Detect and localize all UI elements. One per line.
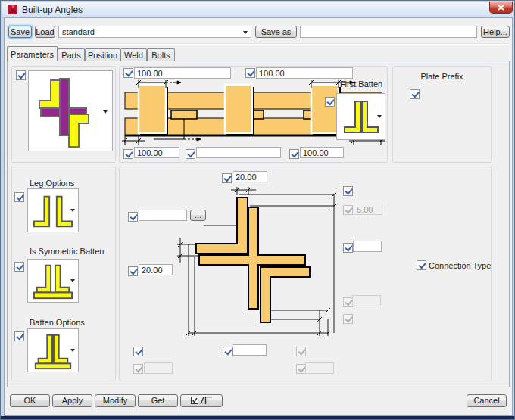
- load-button[interactable]: Load: [35, 26, 55, 38]
- tab-parameters[interactable]: Parameters: [7, 46, 58, 61]
- chevron-down-icon: [103, 110, 108, 114]
- get-button[interactable]: Get: [138, 394, 178, 407]
- tab-bolts[interactable]: Bolts: [147, 48, 175, 61]
- spacing-bottom-right-checkbox[interactable]: [289, 149, 299, 159]
- bottom-right-pos-checkbox[interactable]: [296, 347, 306, 356]
- chevron-down-icon: [243, 31, 248, 34]
- bottom-left-value-checkbox[interactable]: [133, 364, 143, 374]
- cross-angles-image: [29, 71, 112, 151]
- top-gap-input[interactable]: [233, 171, 267, 182]
- chevron-down-icon: [70, 279, 75, 282]
- ok-button[interactable]: OK: [10, 394, 50, 407]
- toolbar-separator: [7, 43, 510, 45]
- left-gap-input[interactable]: [139, 264, 173, 275]
- mid-right-pos-checkbox[interactable]: [343, 314, 353, 324]
- spacing-bottom-mid-input[interactable]: [196, 147, 281, 158]
- main-picture-combo[interactable]: [28, 70, 113, 151]
- first-batten-combo[interactable]: [336, 93, 385, 140]
- is-symmetric-batten-combo[interactable]: [27, 259, 79, 303]
- right-length-checkbox[interactable]: [343, 243, 353, 253]
- cross-section-diagram: [171, 185, 345, 347]
- tab-parts[interactable]: Parts: [58, 48, 85, 61]
- first-batten-label: First Batten: [336, 79, 386, 89]
- plate-thickness-checkbox[interactable]: [343, 205, 353, 215]
- is-symmetric-batten-label: Is Symmetric Batten: [30, 247, 104, 256]
- toggle-checkboxes-icon: [191, 397, 212, 405]
- bottom-right-value-input[interactable]: [305, 362, 334, 374]
- close-icon: [498, 5, 504, 11]
- tab-position[interactable]: Position: [85, 48, 120, 61]
- right-pos-checkbox[interactable]: [343, 186, 353, 196]
- spacing-bottom-mid-checkbox[interactable]: [186, 149, 195, 159]
- title-bar[interactable]: Built-up Angles: [2, 2, 513, 17]
- plate-thickness-input[interactable]: [354, 204, 382, 215]
- spacing-bottom-left-checkbox[interactable]: [123, 149, 133, 159]
- apply-button[interactable]: Apply: [52, 394, 92, 407]
- spacing-top-right-input[interactable]: [256, 67, 353, 79]
- bottom-mid-value-checkbox[interactable]: [223, 347, 233, 356]
- connection-type-label: Connection Type: [429, 261, 491, 270]
- right-length-input[interactable]: [353, 241, 382, 252]
- spacing-top-left-input[interactable]: [134, 67, 231, 79]
- top-gap-checkbox[interactable]: [222, 173, 232, 183]
- help-button[interactable]: Help...: [481, 26, 510, 38]
- leg-options-combo[interactable]: [27, 188, 79, 232]
- save-button[interactable]: Save: [8, 26, 32, 38]
- bottom-left-pos-checkbox[interactable]: [133, 347, 143, 356]
- spacing-top-right-checkbox[interactable]: [245, 68, 255, 78]
- leg-options-label: Leg Options: [30, 179, 74, 188]
- profile-checkbox[interactable]: [128, 212, 138, 222]
- save-as-button[interactable]: Save as: [255, 26, 297, 38]
- tab-weld[interactable]: Weld: [120, 48, 147, 61]
- window-title: Built-up Angles: [22, 5, 83, 15]
- bottom-left-value-input[interactable]: [144, 362, 173, 374]
- app-icon: [8, 4, 19, 15]
- spacing-bottom-right-input[interactable]: [300, 147, 344, 158]
- toggle-checkboxes-button[interactable]: [180, 394, 223, 407]
- spacing-bottom-left-input[interactable]: [134, 147, 179, 158]
- is-symmetric-batten-checkbox[interactable]: [14, 262, 24, 272]
- saved-settings-combo[interactable]: standard: [58, 26, 251, 38]
- chevron-down-icon: [70, 349, 75, 352]
- chevron-down-icon: [377, 115, 382, 118]
- window-bottom-border: [1, 416, 514, 419]
- first-batten-checkbox[interactable]: [325, 97, 335, 107]
- left-gap-checkbox[interactable]: [128, 266, 138, 276]
- leg-options-checkbox[interactable]: [14, 192, 24, 202]
- dialog-built-up-angles: Built-up Angles Save Load standard Save …: [0, 0, 515, 420]
- close-button[interactable]: [489, 2, 513, 14]
- connection-type-checkbox[interactable]: [417, 260, 426, 270]
- mid-right-value-input[interactable]: [352, 295, 381, 306]
- spacing-top-left-checkbox[interactable]: [123, 68, 133, 78]
- plate-prefix-checkbox[interactable]: [410, 89, 420, 99]
- bottom-mid-value-input[interactable]: [233, 344, 267, 356]
- plate-prefix-label: Plate Prefix: [392, 72, 492, 81]
- batten-options-combo[interactable]: [27, 328, 79, 372]
- main-picture-checkbox[interactable]: [16, 70, 26, 80]
- batten-options-label: Batten Options: [30, 318, 85, 327]
- cancel-button[interactable]: Cancel: [467, 394, 507, 407]
- save-as-input[interactable]: [300, 26, 477, 38]
- modify-button[interactable]: Modify: [95, 394, 136, 407]
- batten-options-checkbox[interactable]: [14, 331, 24, 341]
- chevron-down-icon: [70, 209, 75, 212]
